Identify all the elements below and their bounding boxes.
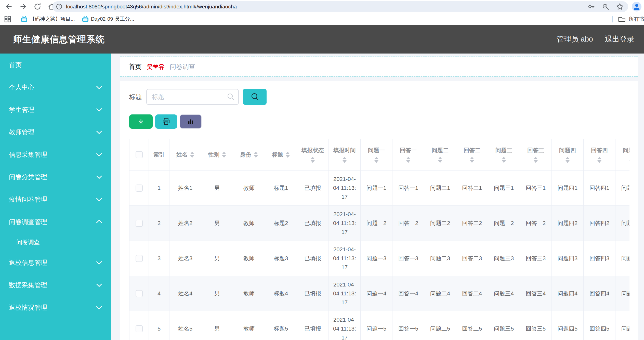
column-header[interactable]: 身份 — [233, 139, 265, 171]
url-text[interactable]: localhost:8080/springboot43q56/admin/dis… — [66, 4, 587, 10]
sidebar-item-3[interactable]: 学生管理 — [0, 98, 111, 121]
bookmark-favicon-icon — [21, 16, 28, 22]
table-cell: 问题三5 — [488, 311, 520, 340]
select-all-checkbox[interactable] — [136, 151, 143, 158]
password-key-icon[interactable] — [587, 3, 595, 10]
table-cell: 回答一5 — [392, 311, 424, 340]
table-cell: 男 — [201, 311, 233, 340]
search-button[interactable] — [243, 89, 267, 105]
print-button[interactable] — [155, 114, 177, 129]
table-row: 5姓名5男教师标题5已填报2021-04-04 11:13:17问题一5回答一5… — [129, 311, 630, 340]
sidebar-item-2[interactable]: 个人中心 — [0, 76, 111, 98]
bookmark-star-icon[interactable] — [616, 3, 624, 10]
export-download-button[interactable] — [129, 114, 153, 129]
sort-carets-icon[interactable] — [343, 157, 347, 163]
column-header[interactable]: 姓名 — [169, 139, 201, 171]
table-cell: 男 — [201, 276, 233, 311]
bookmark-item[interactable]: Day02-09-员工分... — [82, 16, 134, 22]
site-info-icon[interactable] — [56, 3, 62, 10]
column-header[interactable]: 填报状态 — [297, 139, 329, 171]
sort-carets-icon[interactable] — [566, 157, 570, 163]
row-checkbox[interactable] — [136, 290, 143, 297]
sidebar-item-7[interactable]: 疫情问卷管理 — [0, 188, 111, 211]
breadcrumb-home[interactable]: 首页 — [129, 62, 141, 71]
row-select-cell — [129, 311, 149, 340]
row-checkbox[interactable] — [136, 325, 143, 332]
column-header[interactable]: 问题一 — [361, 139, 392, 171]
sort-carets-icon[interactable] — [597, 157, 601, 163]
zoom-page-icon[interactable] — [602, 3, 609, 10]
sidebar-item-9[interactable]: 返校信息管理 — [0, 251, 111, 274]
table-cell: 问题一3 — [361, 241, 392, 276]
sort-carets-icon[interactable] — [629, 157, 629, 163]
apps-grid-icon[interactable] — [4, 16, 11, 23]
column-header[interactable]: 填报时间 — [329, 139, 361, 171]
sidebar-item-1[interactable]: 首页 — [0, 54, 111, 76]
table-cell: 问题五3 — [615, 241, 630, 276]
sort-carets-icon[interactable] — [254, 152, 258, 158]
column-header[interactable]: 问题四 — [552, 139, 584, 171]
logout-link[interactable]: 退出登录 — [605, 34, 634, 44]
breadcrumb: 首页 웃❤유 问卷调查 — [120, 57, 638, 76]
bookmark-item[interactable]: 【码神之路】项目... — [21, 16, 75, 22]
column-header[interactable]: 标题 — [265, 139, 297, 171]
column-header-label: 回答三 — [527, 147, 544, 154]
browser-profile-avatar[interactable] — [632, 2, 641, 11]
table-cell: 男 — [201, 241, 233, 276]
sort-carets-icon[interactable] — [406, 157, 410, 163]
column-header[interactable]: 回答二 — [456, 139, 488, 171]
bookmark-label: 【码神之路】项目... — [30, 16, 75, 22]
table-cell: 问题三3 — [488, 241, 520, 276]
search-box — [146, 89, 239, 105]
table-cell: 标题5 — [265, 311, 297, 340]
column-header[interactable]: 回答三 — [520, 139, 552, 171]
table-cell: 已填报 — [297, 311, 329, 340]
sidebar-item-4[interactable]: 教师管理 — [0, 121, 111, 143]
sort-carets-icon[interactable] — [222, 152, 226, 158]
sidebar-item-5[interactable]: 信息采集管理 — [0, 143, 111, 166]
sort-carets-icon[interactable] — [502, 157, 506, 163]
sort-carets-icon[interactable] — [470, 157, 474, 163]
sidebar-item-label: 问卷分类管理 — [9, 173, 47, 180]
reload-button[interactable] — [32, 1, 43, 12]
sort-carets-icon[interactable] — [374, 157, 378, 163]
row-checkbox[interactable] — [136, 220, 143, 227]
sort-carets-icon[interactable] — [190, 152, 194, 158]
url-omnibox[interactable]: localhost:8080/springboot43q56/admin/dis… — [52, 1, 628, 12]
column-header-label: 标题 — [272, 151, 283, 159]
sidebar-item-10[interactable]: 数据采集管理 — [0, 274, 111, 296]
table-cell: 问题三2 — [488, 206, 520, 241]
sort-carets-icon[interactable] — [438, 157, 442, 163]
forward-button[interactable] — [18, 1, 29, 12]
sort-carets-icon[interactable] — [534, 157, 538, 163]
folder-icon — [618, 16, 626, 22]
all-bookmarks-label[interactable]: 所有书 — [629, 16, 644, 22]
column-header-label: 姓名 — [176, 151, 188, 159]
sort-carets-icon[interactable] — [286, 152, 290, 158]
column-header[interactable]: 性别 — [201, 139, 233, 171]
sidebar-subitem-label: 问卷调查 — [16, 239, 40, 245]
sort-carets-icon[interactable] — [311, 157, 315, 163]
column-header[interactable]: 回答一 — [392, 139, 424, 171]
sidebar-item-6[interactable]: 问卷分类管理 — [0, 166, 111, 188]
sidebar-item-11[interactable]: 返校情况管理 — [0, 296, 111, 319]
table-cell: 5 — [149, 311, 169, 340]
column-header-label: 问题一 — [368, 147, 385, 154]
bookmarks-bar: 【码神之路】项目...Day02-09-员工分... 所有书 — [0, 13, 644, 25]
table-cell: 男 — [201, 206, 233, 241]
chevron-down-icon — [96, 83, 102, 89]
table-cell: 回答四3 — [584, 241, 615, 276]
column-header-label: 性别 — [208, 151, 219, 159]
column-header[interactable]: 问题三 — [488, 139, 520, 171]
sidebar-item-8[interactable]: 问卷调查管理 — [0, 211, 111, 233]
search-input[interactable] — [146, 89, 239, 105]
row-checkbox[interactable] — [136, 185, 143, 192]
column-header[interactable]: 问题五 — [615, 139, 630, 171]
back-button[interactable] — [4, 1, 14, 12]
sidebar-subitem[interactable]: 问卷调查 — [0, 233, 111, 251]
column-header[interactable]: 回答四 — [584, 139, 615, 171]
chart-button[interactable] — [180, 114, 202, 129]
table-cell: 教师 — [233, 311, 265, 340]
row-checkbox[interactable] — [136, 255, 143, 262]
column-header[interactable]: 问题二 — [424, 139, 456, 171]
